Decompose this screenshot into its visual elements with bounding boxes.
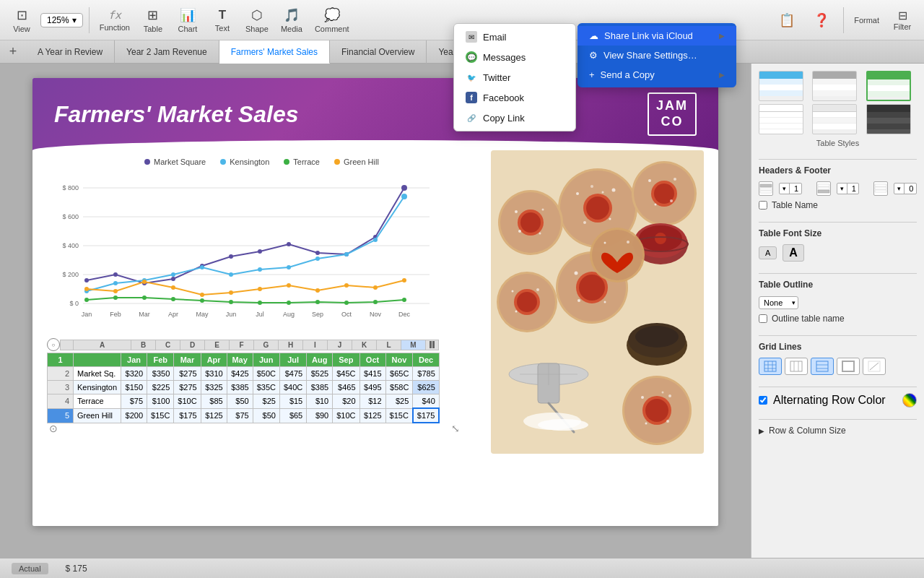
cell-4-oct[interactable]: $12 [359,394,385,409]
cell-4-feb[interactable]: $100 [147,394,174,409]
help-button[interactable]: ❓ [806,3,837,38]
table-origin-circle[interactable]: ○ [47,338,60,351]
cell-2-aug[interactable]: $525 [307,367,333,381]
table-button[interactable]: ⊞ Table [137,3,169,38]
tab-year2-jam[interactable]: Year 2 Jam Revenue [115,40,219,64]
header-feb[interactable]: Feb [147,353,174,367]
cell-3-jul[interactable]: $40C [279,381,306,394]
cell-5-mar[interactable]: $175 [174,408,201,423]
cell-market-sq-label[interactable]: Market Sq. [74,367,121,381]
text-button[interactable]: T Text [206,3,238,38]
cell-3-apr[interactable]: $325 [201,381,227,394]
headers-icon[interactable] [759,181,773,196]
style-thumb-4[interactable] [759,104,809,134]
grid-outline-button[interactable] [837,358,860,375]
cell-5-nov[interactable]: $15C [385,408,413,423]
footer2-stepper[interactable]: ▾ 0 ▴ [894,183,917,194]
cell-3-mar[interactable]: $275 [174,381,201,394]
col-header-C[interactable]: C [156,340,180,350]
comment-button[interactable]: 💭 Comment [310,3,354,38]
header-sep[interactable]: Sep [333,353,359,367]
cell-4-jun[interactable]: $25 [253,394,279,409]
style-thumb-1[interactable] [759,71,809,101]
cell-3-aug[interactable]: $385 [307,381,333,394]
cell-2-sep[interactable]: $45C [333,367,359,381]
cell-2-jul[interactable]: $475 [279,367,306,381]
cell-5-sep[interactable]: $10C [333,408,359,423]
footer-stepper[interactable]: ▾ 1 ▴ [837,183,860,194]
font-size-small-button[interactable]: A [759,246,777,259]
col-header-M[interactable]: M [401,340,426,350]
header-nov[interactable]: Nov [385,353,413,367]
col-header-E[interactable]: E [205,340,230,350]
cell-4-dec[interactable]: $40 [413,394,439,409]
cell-2-may[interactable]: $425 [227,367,253,381]
menu-item-email[interactable]: ✉ Email [454,27,575,47]
col-header-F[interactable]: F [230,340,254,350]
shape-button[interactable]: ⬡ Shape [241,3,273,38]
style-thumb-6[interactable] [866,104,917,134]
cell-3-jun[interactable]: $35C [253,381,279,394]
table-expand-handle[interactable]: ⊙ [47,422,60,435]
cell-3-nov[interactable]: $58C [385,381,413,394]
row-num-2[interactable]: 2 [48,367,74,381]
cell-3-jan[interactable]: $150 [121,381,147,394]
zoom-control[interactable]: 125% ▾ [40,13,83,27]
header-jul[interactable]: Jul [279,353,306,367]
cell-4-mar[interactable]: $10C [174,394,201,409]
header-jun[interactable]: Jun [253,353,279,367]
cell-5-jun[interactable]: $50 [253,408,279,423]
col-header-D[interactable]: D [180,340,205,350]
cell-2-jun[interactable]: $50C [253,367,279,381]
alternating-row-checkbox[interactable] [759,396,767,405]
table-resize-handle[interactable]: ⤡ [449,422,462,435]
cell-5-dec-selected[interactable]: $175 [413,408,439,423]
outline-table-name-checkbox[interactable] [759,314,767,323]
cell-2-oct[interactable]: $415 [359,367,385,381]
cell-3-oct[interactable]: $495 [359,381,385,394]
col-header-pause[interactable] [426,340,439,350]
menu-item-twitter[interactable]: 🐦 Twitter [454,67,575,87]
col-header-G[interactable]: G [254,340,279,350]
add-sheet-button[interactable]: + [3,42,23,62]
cell-4-apr[interactable]: $85 [201,394,227,409]
menu-item-share-icloud[interactable]: ☁ Share Link via iCloud ▶ [578,26,736,46]
function-button[interactable]: fx Function [95,3,134,38]
cell-terrace-label[interactable]: Terrace [74,394,121,409]
cell-5-jul[interactable]: $65 [279,408,306,423]
cell-4-jul[interactable]: $15 [279,394,306,409]
grid-cols-button[interactable] [785,358,808,375]
header-may[interactable]: May [227,353,253,367]
sheet-tab-actual[interactable]: Actual [12,563,48,574]
col-header-B[interactable]: B [131,340,156,350]
style-thumb-3[interactable] [866,71,917,101]
col-header-K[interactable]: K [352,340,377,350]
menu-item-facebook[interactable]: f Facebook [454,87,575,108]
header-jan[interactable]: Jan [121,353,147,367]
color-picker-button[interactable] [902,393,917,407]
menu-item-messages[interactable]: 💬 Messages [454,47,575,67]
media-button[interactable]: 🎵 Media [276,3,308,38]
cell-4-sep[interactable]: $20 [333,394,359,409]
col-header-H[interactable]: H [279,340,303,350]
outline-select[interactable]: None [759,296,798,309]
menu-item-copy-link[interactable]: 🔗 Copy Link [454,108,575,128]
tab-financial[interactable]: Financial Overview [330,40,427,64]
grid-none-button[interactable] [863,358,886,375]
cell-2-nov[interactable]: $65C [385,367,413,381]
cell-5-may[interactable]: $75 [227,408,253,423]
cell-3-may[interactable]: $385 [227,381,253,394]
cell-2-dec[interactable]: $785 [413,367,439,381]
header-label-col[interactable] [74,353,121,367]
headers-decrement[interactable]: ▾ [780,184,789,193]
header-oct[interactable]: Oct [359,353,385,367]
footer2-icon[interactable] [873,181,888,196]
row-num-4[interactable]: 4 [48,394,74,409]
footer-decrement[interactable]: ▾ [837,184,847,193]
footer-icon[interactable] [816,181,831,196]
cell-5-oct[interactable]: $125 [359,408,385,423]
style-thumb-5[interactable] [812,104,863,134]
header-aug[interactable]: Aug [307,353,333,367]
cell-3-sep[interactable]: $465 [333,381,359,394]
cell-3-feb[interactable]: $225 [147,381,174,394]
